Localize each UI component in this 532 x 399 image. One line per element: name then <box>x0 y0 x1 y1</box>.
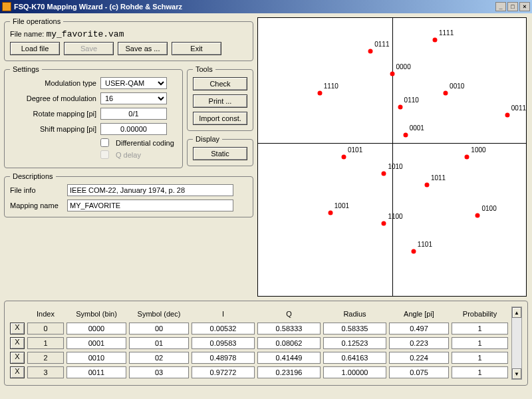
constellation-point <box>432 38 437 43</box>
scroll-down-icon[interactable]: ▼ <box>512 368 521 379</box>
cell-symbol-bin[interactable]: 0011 <box>66 366 126 378</box>
file-info-input[interactable] <box>67 184 233 196</box>
constellation-point-label: 1010 <box>388 163 402 170</box>
cell-q[interactable]: 0.08062 <box>257 337 321 349</box>
constellation-point-label: 1110 <box>324 82 338 90</box>
cell-angle[interactable]: 0.075 <box>389 366 449 378</box>
constellation-point-label: 1111 <box>439 29 454 37</box>
cell-q[interactable]: 0.23196 <box>257 366 321 378</box>
cell-radius[interactable]: 1.00000 <box>323 366 386 378</box>
chart-axis-vertical <box>392 18 393 296</box>
constellation-point-label: 0011 <box>511 104 526 112</box>
mapping-name-input[interactable] <box>67 200 233 211</box>
cell-i[interactable]: 0.00532 <box>192 323 255 334</box>
rotate-label: Rotate mapping [pi] <box>10 110 96 118</box>
q-delay-checkbox <box>100 150 109 159</box>
constellation-point <box>390 71 394 76</box>
cell-probability[interactable]: 1 <box>452 337 508 349</box>
differential-coding-checkbox[interactable] <box>100 138 109 147</box>
constellation-point-label: 0001 <box>410 124 424 132</box>
delete-row-button[interactable]: X <box>10 352 25 364</box>
cell-radius[interactable]: 0.58335 <box>323 323 386 334</box>
mapping-name-label: Mapping name <box>10 201 63 209</box>
constellation-point-label: 1011 <box>431 174 446 182</box>
constellation-point <box>398 104 402 109</box>
cell-symbol-bin[interactable]: 0000 <box>66 323 126 334</box>
constellation-point <box>382 221 386 226</box>
header-radius: Radius <box>323 310 386 318</box>
settings-legend: Settings <box>10 65 42 73</box>
descriptions-legend: Descriptions <box>10 172 56 180</box>
cell-symbol-dec[interactable]: 01 <box>129 337 189 349</box>
cell-i[interactable]: 0.97272 <box>192 366 255 378</box>
cell-angle[interactable]: 0.497 <box>389 323 449 334</box>
import-const-button[interactable]: Import const. <box>193 112 247 125</box>
table-scrollbar[interactable]: ▲ ▼ <box>511 307 522 380</box>
filename-value: my_favorite.vam <box>46 29 124 39</box>
header-symbol-dec: Symbol (dec) <box>129 310 189 318</box>
delete-row-button[interactable]: X <box>10 337 25 349</box>
file-operations-legend: File operations <box>10 17 63 25</box>
table-row: X30011030.972720.231961.000000.0751 <box>10 365 511 380</box>
rotate-input[interactable] <box>100 108 167 120</box>
constellation-point <box>317 90 322 95</box>
cell-symbol-bin[interactable]: 0001 <box>66 337 126 349</box>
constellation-point-label: 0100 <box>481 205 496 212</box>
print-button[interactable]: Print ... <box>193 94 247 108</box>
modulation-type-label: Modulation type <box>10 79 96 87</box>
constellation-point-label: 0110 <box>404 96 419 104</box>
cell-q[interactable]: 0.58333 <box>257 323 321 334</box>
header-q: Q <box>257 310 321 318</box>
table-row: X20010020.489780.414490.641630.2241 <box>10 350 511 365</box>
cell-symbol-dec[interactable]: 02 <box>129 352 189 364</box>
delete-row-button[interactable]: X <box>10 366 25 378</box>
shift-input[interactable] <box>100 123 167 135</box>
save-as-button[interactable]: Save as ... <box>118 42 168 55</box>
degree-label: Degree of modulation <box>10 94 96 102</box>
close-button[interactable]: × <box>519 2 530 11</box>
table-row: X00000000.005320.583330.583350.4971 <box>10 321 511 336</box>
delete-row-button[interactable]: X <box>10 323 25 334</box>
constellation-point <box>328 210 332 215</box>
filename-label: File name: <box>10 30 44 38</box>
scroll-up-icon[interactable]: ▲ <box>512 307 521 318</box>
cell-probability[interactable]: 1 <box>452 323 508 334</box>
constellation-point-label: 1100 <box>388 213 402 220</box>
file-info-label: File info <box>10 186 63 194</box>
constellation-point <box>444 90 448 95</box>
constellation-point-label: 1001 <box>334 202 349 209</box>
static-button[interactable]: Static <box>193 147 247 160</box>
modulation-type-select[interactable]: USER-QAM <box>100 77 167 89</box>
scroll-track[interactable] <box>512 318 521 368</box>
cell-symbol-bin[interactable]: 0010 <box>66 352 126 364</box>
maximize-button[interactable]: □ <box>507 2 518 11</box>
load-file-button[interactable]: Load file <box>10 42 60 55</box>
cell-probability[interactable]: 1 <box>452 352 508 364</box>
table-header-row: Index Symbol (bin) Symbol (dec) I Q Radi… <box>10 307 511 321</box>
shift-label: Shift mapping [pi] <box>10 125 96 133</box>
cell-q[interactable]: 0.41449 <box>257 352 321 364</box>
constellation-point-label: 0000 <box>396 63 411 70</box>
cell-radius[interactable]: 0.64163 <box>323 352 386 364</box>
constellation-chart: 0000000100100011010001010110011110001001… <box>257 17 527 297</box>
cell-symbol-dec[interactable]: 00 <box>129 323 189 334</box>
cell-index: 2 <box>27 352 64 364</box>
exit-button[interactable]: Exit <box>172 42 221 55</box>
display-group: Display Static <box>187 135 253 166</box>
cell-i[interactable]: 0.48978 <box>192 352 255 364</box>
cell-angle[interactable]: 0.223 <box>389 337 449 349</box>
cell-symbol-dec[interactable]: 03 <box>129 366 189 378</box>
cell-radius[interactable]: 0.12523 <box>323 337 386 349</box>
window-title: FSQ-K70 Mapping Wizard - (c) Rohde & Sch… <box>14 3 182 11</box>
degree-select[interactable]: 16 <box>100 92 167 104</box>
check-button[interactable]: Check <box>193 77 247 90</box>
titlebar: FSQ-K70 Mapping Wizard - (c) Rohde & Sch… <box>0 0 532 13</box>
settings-group: Settings Modulation type USER-QAM Degree… <box>4 65 183 168</box>
constellation-point <box>465 155 469 160</box>
cell-angle[interactable]: 0.224 <box>389 352 449 364</box>
cell-i[interactable]: 0.09583 <box>192 337 255 349</box>
cell-probability[interactable]: 1 <box>452 366 508 378</box>
constellation-point <box>424 182 429 187</box>
table-row: X10001010.095830.080620.125230.2231 <box>10 336 511 350</box>
minimize-button[interactable]: _ <box>495 2 506 11</box>
